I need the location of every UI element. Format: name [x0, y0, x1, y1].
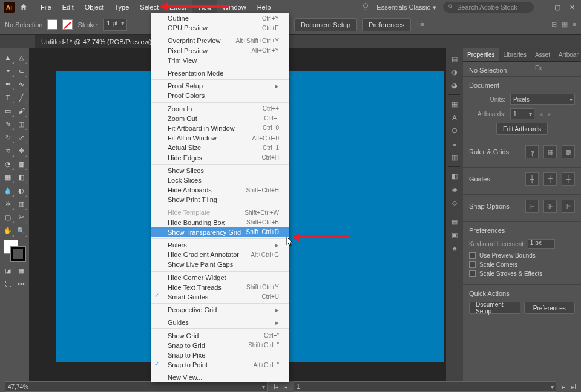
artboard-tool[interactable]: ▢ — [1, 211, 15, 224]
view-menu-fit-artboard-in-window[interactable]: Fit Artboard in WindowCtrl+0 — [151, 123, 289, 133]
eyedropper-tool[interactable]: 💧 — [1, 184, 15, 197]
preferences-button[interactable]: Preferences — [362, 18, 411, 31]
guides-visibility-icon[interactable]: ╫ — [525, 172, 539, 186]
magic-wand-tool[interactable]: ✦ — [1, 64, 15, 77]
blend-tool[interactable]: ◐ — [15, 184, 28, 197]
grid-toggle-icon[interactable]: ▦ — [543, 145, 557, 158]
color-mode-color[interactable]: ◪ — [1, 264, 15, 277]
tab-asset-export[interactable]: Asset Ex — [531, 48, 554, 61]
eraser-tool[interactable]: ◫ — [15, 117, 28, 131]
symbols-panel-icon[interactable]: O — [448, 124, 461, 137]
tab-artboards[interactable]: Artboar — [554, 48, 581, 61]
color-guide-panel-icon[interactable]: ◕ — [448, 79, 461, 92]
view-menu-hide-gradient-annotator[interactable]: Hide Gradient AnnotatorAlt+Ctrl+G — [151, 250, 289, 260]
fill-stroke-control[interactable] — [4, 240, 25, 261]
prev-artboard-icon[interactable]: ◂ — [539, 110, 543, 118]
view-menu-show-live-paint-gaps[interactable]: Show Live Paint Gaps — [151, 260, 289, 269]
first-artboard-icon[interactable]: I◂ — [274, 384, 278, 390]
next-artboard-icon[interactable]: ▸ — [548, 110, 551, 118]
menu-object[interactable]: Object — [79, 0, 110, 15]
use-preview-bounds-check[interactable]: Use Preview Bounds — [469, 252, 575, 259]
direct-selection-tool[interactable]: △ — [15, 51, 28, 64]
view-menu-outline[interactable]: OutlineCtrl+Y — [151, 13, 289, 23]
shape-builder-tool[interactable]: ◔ — [1, 157, 15, 171]
next-artboard-nav-icon[interactable]: ▸ — [562, 384, 565, 390]
align-icon[interactable]: ⊞ — [551, 21, 557, 28]
gradient-panel-icon[interactable]: ▥ — [448, 151, 461, 164]
view-menu-pixel-preview[interactable]: Pixel PreviewAlt+Ctrl+Y — [151, 46, 289, 56]
view-menu-show-slices[interactable]: Show Slices — [151, 166, 289, 175]
view-menu-actual-size[interactable]: Actual SizeCtrl+1 — [151, 143, 289, 152]
selection-tool[interactable]: ▲ — [1, 51, 15, 64]
prev-artboard-nav-icon[interactable]: ◂ — [284, 384, 287, 390]
view-menu-zoom-out[interactable]: Zoom OutCtrl+- — [151, 114, 289, 123]
layers-panel-icon[interactable]: ▤ — [448, 215, 461, 228]
pen-tool[interactable]: ✒ — [1, 77, 15, 91]
column-graph-tool[interactable]: ▥ — [15, 197, 28, 211]
symbol-sprayer-tool[interactable]: ✲ — [1, 197, 15, 211]
units-select[interactable]: Pixels — [510, 94, 575, 105]
view-menu-overprint-preview[interactable]: Overprint PreviewAlt+Shift+Ctrl+Y — [151, 36, 289, 45]
brushes-panel-icon[interactable]: A — [448, 111, 461, 124]
tab-libraries[interactable]: Libraries — [499, 48, 531, 61]
view-menu-fit-all-in-window[interactable]: Fit All in WindowAlt+Ctrl+0 — [151, 133, 289, 143]
menu-edit[interactable]: Edit — [57, 0, 79, 15]
properties-panel-icon[interactable]: ▤ — [448, 52, 461, 65]
transform-icon[interactable]: ▦ — [562, 21, 568, 28]
stroke-weight-select[interactable]: 1 pt — [103, 19, 126, 31]
transparency-panel-icon[interactable]: ◧ — [448, 169, 461, 183]
view-menu-hide-bounding-box[interactable]: Hide Bounding BoxShift+Ctrl+B — [151, 218, 289, 227]
stroke-panel-icon[interactable]: ≡ — [448, 137, 461, 151]
ruler-toggle-icon[interactable]: ╔ — [525, 145, 539, 158]
fill-swatch[interactable] — [47, 19, 57, 30]
view-menu-hide-corner-widget[interactable]: Hide Corner Widget — [151, 273, 289, 283]
stroke-color[interactable] — [11, 247, 25, 261]
artboard-nav-select[interactable]: 1 — [294, 381, 556, 392]
panel-menu-icon[interactable]: ≡ — [573, 21, 576, 28]
workspace-switcher[interactable]: Essentials Classic▾ — [373, 4, 439, 11]
type-tool[interactable]: T — [1, 91, 15, 104]
scale-corners-check[interactable]: Scale Corners — [469, 261, 575, 268]
view-menu-proof-setup[interactable]: Proof Setup▸ — [151, 81, 289, 91]
view-menu-snap-to-grid[interactable]: Snap to GridShift+Ctrl+" — [151, 341, 289, 350]
view-menu-guides[interactable]: Guides▸ — [151, 318, 289, 327]
asset-export-panel-icon[interactable]: ▣ — [448, 228, 461, 241]
transparency-grid-icon[interactable]: ▩ — [562, 145, 575, 158]
view-menu-gpu-preview[interactable]: GPU PreviewCtrl+E — [151, 23, 289, 33]
shaper-tool[interactable]: ✎ — [1, 117, 15, 131]
menu-type[interactable]: Type — [110, 0, 135, 15]
view-menu-smart-guides[interactable]: ✓Smart GuidesCtrl+U — [151, 292, 289, 302]
zoom-tool[interactable]: 🔍 — [15, 224, 28, 237]
keyboard-increment-input[interactable]: 1 px — [528, 239, 555, 249]
view-menu-proof-colors[interactable]: Proof Colors — [151, 91, 289, 100]
graphic-styles-panel-icon[interactable]: ◇ — [448, 196, 461, 209]
scale-strokes-check[interactable]: Scale Strokes & Effects — [469, 270, 575, 277]
gradient-tool[interactable]: ◧ — [15, 171, 28, 184]
view-menu-zoom-in[interactable]: Zoom InCtrl++ — [151, 104, 289, 114]
view-menu-show-print-tiling[interactable]: Show Print Tiling — [151, 195, 289, 204]
hand-tool[interactable]: ✋ — [1, 224, 15, 237]
slice-tool[interactable]: ✂ — [15, 211, 28, 224]
tab-properties[interactable]: Properties — [463, 48, 499, 61]
last-artboard-icon[interactable]: ▸I — [571, 384, 576, 390]
qa-document-setup-button[interactable]: Document Setup — [469, 302, 520, 314]
view-menu-show-transparency-grid[interactable]: Show Transparency GridShift+Ctrl+D — [151, 227, 289, 237]
guides-lock-icon[interactable]: ╪ — [543, 172, 557, 186]
minimize-button[interactable]: — — [537, 4, 548, 11]
view-menu-hide-artboards[interactable]: Hide ArtboardsShift+Ctrl+H — [151, 185, 289, 195]
perspective-grid-tool[interactable]: ▩ — [15, 157, 28, 171]
snap-grid-icon[interactable]: ⊪ — [543, 200, 557, 213]
view-menu-new-view-[interactable]: New View... — [151, 373, 289, 382]
view-menu-trim-view[interactable]: Trim View — [151, 56, 289, 65]
smart-guides-icon[interactable]: ┼ — [562, 172, 575, 186]
view-menu-presentation-mode[interactable]: Presentation Mode — [151, 68, 289, 78]
scale-tool[interactable]: ⤢ — [15, 131, 28, 144]
color-mode-gradient[interactable]: ▦ — [15, 264, 28, 277]
snap-pixel-icon[interactable]: ⊫ — [562, 200, 575, 213]
paintbrush-tool[interactable]: 🖌 — [15, 104, 28, 117]
color-panel-icon[interactable]: ◑ — [448, 65, 461, 79]
qa-preferences-button[interactable]: Preferences — [524, 302, 576, 314]
width-tool[interactable]: ≋ — [1, 144, 15, 157]
view-menu-rulers[interactable]: Rulers▸ — [151, 240, 289, 250]
align-pixel-icon[interactable]: ┊≡ — [416, 21, 424, 28]
